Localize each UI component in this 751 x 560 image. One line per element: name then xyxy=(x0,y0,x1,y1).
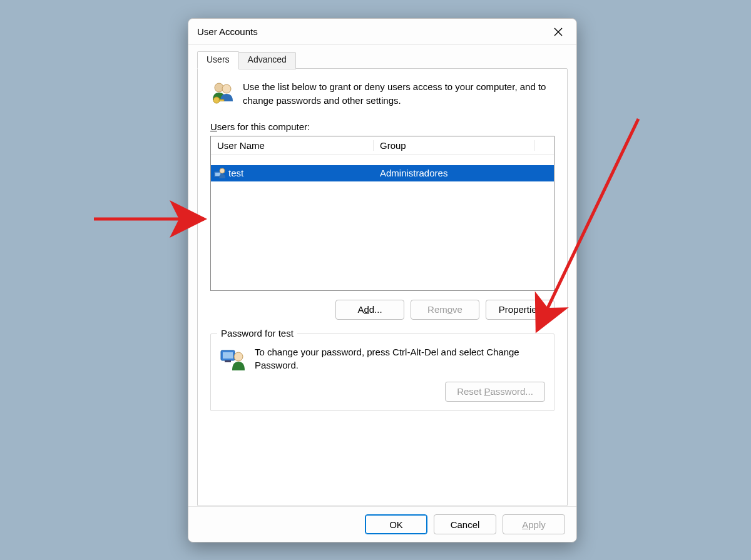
password-icon xyxy=(220,345,246,372)
users-listview[interactable]: User Name Group test Administradores xyxy=(210,136,554,291)
cancel-button[interactable]: Cancel xyxy=(434,514,496,534)
svg-point-3 xyxy=(222,84,231,93)
window-title: User Accounts xyxy=(197,26,544,37)
users-label: Users for this computer: xyxy=(210,121,554,132)
tab-advanced[interactable]: Advanced xyxy=(238,52,296,69)
row-group: Administradores xyxy=(374,168,554,178)
intro-row: Use the list below to grant or deny user… xyxy=(210,80,554,108)
reset-password-button[interactable]: Reset Password... xyxy=(445,382,545,402)
svg-point-8 xyxy=(220,168,225,173)
dialog-bottom-buttons: OK Cancel Apply xyxy=(188,506,576,542)
close-icon xyxy=(554,28,563,36)
apply-button[interactable]: Apply xyxy=(503,514,565,534)
password-groupbox: Password for test To change your passwor… xyxy=(210,333,554,411)
svg-point-12 xyxy=(234,352,243,361)
titlebar: User Accounts xyxy=(188,19,576,45)
properties-button[interactable]: Properties xyxy=(486,300,554,320)
tab-users[interactable]: Users xyxy=(197,51,239,69)
user-accounts-dialog: User Accounts Users Advanced xyxy=(188,18,577,542)
intro-text: Use the list below to grant or deny user… xyxy=(243,80,554,108)
col-header-username[interactable]: User Name xyxy=(211,140,374,151)
col-header-group[interactable]: Group xyxy=(374,140,535,151)
tab-panel-users: Use the list below to grant or deny user… xyxy=(197,68,568,506)
user-buttons-row: Add... Remove Properties xyxy=(210,300,554,320)
close-button[interactable] xyxy=(544,22,573,42)
dialog-body: Users Advanced Use the list below to gra… xyxy=(188,45,576,506)
add-button[interactable]: Add... xyxy=(335,300,404,320)
list-header: User Name Group xyxy=(211,136,554,155)
svg-rect-7 xyxy=(215,173,220,176)
list-body: test Administradores xyxy=(211,155,554,290)
password-text: To change your password, press Ctrl-Alt-… xyxy=(255,345,545,372)
table-row[interactable]: test Administradores xyxy=(211,165,554,181)
user-item-icon xyxy=(213,168,226,179)
svg-rect-5 xyxy=(219,99,224,101)
svg-rect-10 xyxy=(223,352,233,359)
remove-button[interactable]: Remove xyxy=(411,300,479,320)
tabstrip: Users Advanced xyxy=(197,51,568,69)
ok-button[interactable]: OK xyxy=(365,514,427,534)
row-username: test xyxy=(228,168,374,178)
svg-rect-11 xyxy=(225,360,231,362)
users-icon xyxy=(210,80,235,105)
password-legend: Password for test xyxy=(217,328,297,339)
